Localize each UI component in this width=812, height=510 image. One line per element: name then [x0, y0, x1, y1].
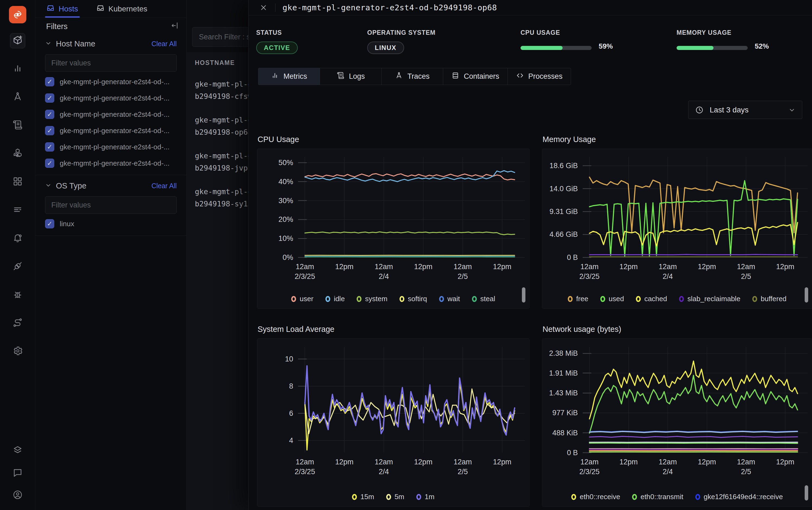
- rail-item-infra-monitoring[interactable]: [10, 146, 25, 161]
- legend-ring-icon: [357, 296, 361, 302]
- legend-item[interactable]: system: [357, 295, 387, 303]
- svg-text:0 B: 0 B: [567, 449, 578, 457]
- filter-option[interactable]: ✓gke-mgmt-pl-generator-e2st4-od-...: [45, 77, 177, 86]
- time-range-selector[interactable]: Last 3 days: [688, 101, 802, 119]
- legend-item[interactable]: idle: [325, 295, 345, 303]
- memory-usage-plot[interactable]: 0 B4.66 GiB9.31 GiB14.0 GiB18.6 GiB12am2…: [542, 149, 812, 286]
- checkbox-checked[interactable]: ✓: [45, 110, 54, 119]
- legend-ring-icon: [325, 296, 330, 302]
- chart-title: Network usage (bytes): [542, 325, 812, 335]
- app-logo[interactable]: [9, 6, 26, 23]
- svg-text:50%: 50%: [278, 159, 293, 167]
- rail-item-dashboard-grid[interactable]: [10, 174, 25, 190]
- package-icon: [451, 72, 459, 82]
- tab-logs[interactable]: Logs: [320, 68, 382, 85]
- filters-panel: Hosts Kubernetes Filters Host Name Clear…: [35, 0, 187, 510]
- tab-kubernetes[interactable]: Kubernetes: [96, 0, 147, 18]
- host-name-filter-input[interactable]: [45, 54, 177, 72]
- filter-option[interactable]: ✓gke-mgmt-pl-generator-e2st4-od-...: [45, 126, 177, 135]
- close-icon[interactable]: [259, 3, 268, 12]
- tab-hosts[interactable]: Hosts: [46, 0, 78, 18]
- legend-ring-icon: [752, 296, 757, 302]
- rail-item-settings[interactable]: [10, 344, 25, 359]
- rail-item-support[interactable]: [10, 465, 25, 481]
- svg-text:12am: 12am: [737, 263, 755, 271]
- legend-ring-icon: [472, 296, 477, 302]
- chevron-down-icon[interactable]: [45, 181, 52, 190]
- host-details-drawer: gke-mgmt-pl-generator-e2st4-od-b2949198-…: [248, 0, 812, 510]
- clear-all-link[interactable]: Clear All: [151, 182, 177, 190]
- legend-item[interactable]: eth0::receive: [571, 492, 620, 501]
- clock-icon: [695, 106, 704, 114]
- os-badge: LINUX: [367, 41, 404, 54]
- legend-scrollbar[interactable]: [805, 287, 808, 303]
- rail-item-alerts[interactable]: [10, 231, 25, 246]
- legend-item[interactable]: used: [600, 295, 624, 303]
- legend-item[interactable]: slab_reclaimable: [679, 295, 740, 303]
- legend-item[interactable]: 1m: [416, 492, 434, 501]
- section-title: OS Type: [56, 181, 86, 190]
- legend-ring-icon: [636, 296, 641, 302]
- checkbox-checked[interactable]: ✓: [45, 219, 54, 228]
- rail-item-traces[interactable]: [10, 90, 25, 105]
- legend-ring-icon: [439, 296, 444, 302]
- legend-item[interactable]: softirq: [399, 295, 427, 303]
- filter-option[interactable]: ✓gke-mgmt-pl-generator-e2st4-od-...: [45, 142, 177, 151]
- chevron-down-icon[interactable]: [45, 39, 52, 48]
- network-usage-plot[interactable]: 0 B488 KiB977 KiB1.43 MiB1.91 MiB2.38 Mi…: [542, 339, 812, 481]
- legend-item[interactable]: steal: [472, 295, 495, 303]
- checkbox-checked[interactable]: ✓: [45, 159, 54, 168]
- host-summary: STATUS ACTIVE OPERATING SYSTEM LINUX CPU…: [249, 16, 812, 64]
- rail-item-pipelines[interactable]: [10, 203, 25, 218]
- clear-all-link[interactable]: Clear All: [151, 40, 177, 48]
- legend-ring-icon: [568, 296, 573, 302]
- legend-item[interactable]: eth0::transmit: [632, 492, 683, 501]
- tab-containers[interactable]: Containers: [443, 68, 508, 85]
- route-icon: [12, 317, 23, 329]
- rail-item-integrations[interactable]: [10, 259, 25, 274]
- checkbox-checked[interactable]: ✓: [45, 126, 54, 135]
- svg-text:20%: 20%: [278, 215, 293, 224]
- checkbox-checked[interactable]: ✓: [45, 77, 54, 86]
- filter-option[interactable]: ✓gke-mgmt-pl-generator-e2st4-od-...: [45, 93, 177, 103]
- tab-metrics[interactable]: Metrics: [258, 68, 320, 85]
- filter-option[interactable]: ✓linux: [45, 219, 177, 228]
- legend-scrollbar[interactable]: [522, 287, 525, 303]
- legend-item[interactable]: 5m: [386, 492, 404, 501]
- legend-item[interactable]: 15m: [352, 492, 374, 501]
- legend-item[interactable]: buffered: [752, 295, 786, 303]
- collapse-panel-icon[interactable]: [171, 22, 179, 31]
- rail-item-logs[interactable]: [10, 118, 25, 133]
- cpu-usage-plot[interactable]: 0%10%20%30%40%50%12am2/3/2512pm12am2/412…: [257, 149, 529, 286]
- tab-traces[interactable]: Traces: [381, 68, 443, 85]
- legend-item[interactable]: user: [291, 295, 313, 303]
- rail-item-exceptions[interactable]: [10, 287, 25, 303]
- tab-processes[interactable]: Processes: [508, 68, 571, 85]
- legend-item[interactable]: cached: [636, 295, 667, 303]
- svg-text:1.91 MiB: 1.91 MiB: [549, 369, 578, 377]
- checkbox-checked[interactable]: ✓: [45, 93, 54, 103]
- bar-chart-icon: [12, 63, 23, 75]
- rail-item-infra[interactable]: [10, 33, 25, 48]
- svg-text:2/3/25: 2/3/25: [579, 273, 600, 281]
- legend-item[interactable]: free: [568, 295, 589, 303]
- rail-item-service-map[interactable]: [10, 316, 25, 331]
- chart-legend: 15m5m1m: [257, 492, 529, 507]
- rail-item-dashboards[interactable]: [10, 61, 25, 77]
- checkbox-checked[interactable]: ✓: [45, 142, 54, 151]
- filter-option[interactable]: ✓gke-mgmt-pl-generator-e2st4-od-...: [45, 159, 177, 168]
- memory-usage-bar: [676, 46, 748, 50]
- tab-label: Kubernetes: [109, 5, 147, 13]
- os-type-filter-input[interactable]: [45, 196, 177, 214]
- rail-item-account[interactable]: [10, 488, 25, 503]
- legend-ring-icon: [679, 296, 684, 302]
- filter-option[interactable]: ✓gke-mgmt-pl-generator-e2st4-od-...: [45, 110, 177, 119]
- legend-ring-icon: [416, 494, 421, 500]
- legend-item[interactable]: wait: [439, 295, 460, 303]
- legend-ring-icon: [571, 494, 576, 500]
- system-load-plot[interactable]: 4681012am2/3/2512pm12am2/412pm12am2/512p…: [257, 339, 529, 481]
- legend-scrollbar[interactable]: [805, 485, 808, 501]
- chart-title: System Load Average: [258, 325, 530, 335]
- legend-item[interactable]: gke12f61649ed4::receive: [695, 492, 783, 501]
- rail-item-versions[interactable]: [10, 443, 25, 458]
